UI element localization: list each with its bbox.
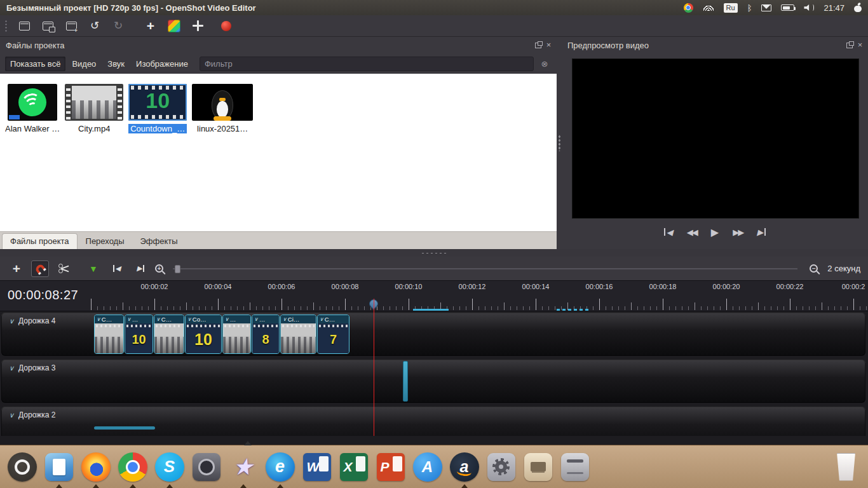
timeline-clip-city[interactable]: Ci…	[280, 315, 316, 354]
undo-button[interactable]	[85, 17, 104, 35]
timeline-ruler[interactable]: 00:00:08:27 00:00:02 00:00:04 00:00:06 0…	[0, 281, 868, 311]
dock-excel-icon[interactable]: X	[337, 451, 370, 483]
add-marker-button[interactable]	[85, 261, 102, 277]
battery-icon[interactable]	[781, 4, 794, 11]
timeline-clip-countdown[interactable]: … 8	[252, 315, 280, 354]
filter-audio-button[interactable]: Звук	[102, 57, 130, 71]
next-marker-button[interactable]	[132, 261, 149, 277]
linux-thumbnail	[192, 84, 253, 121]
track-3-label[interactable]: Дорожка 3	[9, 363, 55, 372]
float-panel-icon[interactable]	[535, 43, 541, 48]
timeline-clip-countdown[interactable]: Co… 10	[185, 315, 222, 354]
filter-video-button[interactable]: Видео	[67, 57, 101, 71]
tab-effects[interactable]: Эффекты	[133, 234, 186, 249]
mail-icon[interactable]	[761, 4, 771, 11]
filter-input[interactable]	[200, 57, 534, 71]
dock-firefox-icon[interactable]	[79, 451, 112, 483]
file-item-image[interactable]: linux-20251…	[192, 84, 253, 133]
timeline-clip-countdown[interactable]: C… 7	[317, 315, 349, 354]
wifi-icon[interactable]	[703, 4, 714, 11]
toolbar-drag-handle[interactable]	[4, 20, 8, 32]
dock-amazon-icon[interactable]: a	[448, 451, 480, 483]
choose-profile-button[interactable]	[165, 17, 184, 35]
timeline-clip-thin[interactable]	[403, 361, 408, 402]
dock-powerpoint-icon[interactable]: P	[374, 451, 407, 483]
jump-to-start-button[interactable]	[664, 227, 673, 237]
dock-app-store-icon[interactable]: A	[411, 451, 444, 483]
zoom-slider-handle[interactable]	[175, 265, 180, 273]
rewind-button[interactable]	[687, 227, 697, 237]
dock-edge-icon[interactable]: e	[264, 451, 296, 483]
track-2-label[interactable]: Дорожка 2	[9, 410, 55, 419]
redo-button[interactable]	[109, 17, 128, 35]
panel-title: Предпросмотр видео	[567, 41, 649, 50]
razor-tool-button[interactable]	[55, 261, 72, 277]
ruler-label: 00:00:08	[332, 283, 359, 290]
close-panel-icon[interactable]	[546, 42, 551, 48]
filter-image-button[interactable]: Изображение	[131, 57, 193, 71]
save-project-button[interactable]	[62, 17, 81, 35]
clear-filter-icon[interactable]: ⊗	[538, 57, 552, 70]
dock-files-icon[interactable]	[43, 451, 75, 483]
keyboard-layout-indicator[interactable]: Ru	[724, 3, 738, 13]
openshot-window: Безымянный проект [HD 720p 30 fps] - Ope…	[0, 0, 868, 488]
zoom-slider[interactable]	[173, 262, 797, 275]
ruler-label: 00:00:2	[842, 283, 865, 290]
fast-forward-button[interactable]	[733, 227, 743, 237]
float-panel-icon[interactable]	[846, 43, 853, 48]
jump-to-end-button[interactable]	[757, 227, 766, 237]
zoom-out-icon[interactable]: −	[810, 264, 818, 273]
clock[interactable]: 21:47	[824, 3, 844, 13]
close-panel-icon[interactable]	[857, 42, 862, 48]
dock-trash-icon[interactable]	[830, 451, 862, 483]
dock-system-preferences-icon[interactable]	[485, 451, 517, 483]
file-item-audio[interactable]: Alan Walker …	[5, 84, 60, 133]
dock-screenshot-icon[interactable]	[190, 451, 222, 483]
video-preview-header: Предпросмотр видео	[562, 37, 868, 53]
thumbnail-badge	[9, 115, 20, 119]
dock-archive-icon[interactable]	[559, 451, 591, 483]
file-item-video-selected[interactable]: 10 Countdown_…	[128, 84, 187, 133]
track-4-label[interactable]: Дорожка 4	[9, 316, 55, 325]
panel-title: Файлы проекта	[6, 41, 65, 50]
new-project-button[interactable]	[15, 17, 34, 35]
timeline-clip-countdown[interactable]: … 10	[125, 315, 153, 354]
file-name-selected: Countdown_…	[128, 124, 187, 133]
chrome-tray-icon[interactable]	[684, 3, 693, 13]
add-track-button[interactable]	[8, 261, 25, 277]
timeline-clip-city[interactable]: C…	[154, 315, 184, 354]
open-project-button[interactable]	[38, 17, 57, 35]
horizontal-splitter[interactable]	[0, 249, 868, 257]
ruler-label: 00:00:20	[713, 283, 740, 290]
zoom-in-icon[interactable]: +	[155, 264, 163, 273]
play-button[interactable]	[711, 226, 719, 238]
previous-marker-button[interactable]	[108, 261, 126, 277]
snapping-toggle-button[interactable]	[31, 261, 49, 277]
vertical-splitter[interactable]	[557, 37, 562, 249]
dock-word-icon[interactable]: W	[301, 451, 333, 483]
dock-star-app-icon[interactable]	[227, 451, 259, 483]
dock-utility-icon[interactable]	[522, 451, 554, 483]
export-video-button[interactable]	[217, 17, 236, 35]
dock-skype-icon[interactable]: S	[153, 451, 186, 483]
countdown-thumbnail: 10	[128, 84, 187, 121]
import-files-button[interactable]	[141, 17, 160, 35]
playhead-line[interactable]	[374, 299, 374, 436]
timeline-clip-city[interactable]: …	[222, 315, 251, 354]
cache-indicator	[557, 309, 588, 311]
bluetooth-icon[interactable]	[747, 4, 752, 12]
timeline-scroll-bar[interactable]	[94, 426, 155, 430]
dock-ubuntu-icon[interactable]	[6, 451, 38, 483]
file-item-video[interactable]: City.mp4	[65, 84, 123, 133]
ruler-label: 00:00:10	[395, 283, 423, 290]
timeline-clip-city[interactable]: C…	[94, 315, 124, 354]
tab-transitions[interactable]: Переходы	[78, 234, 132, 249]
volume-icon[interactable]	[804, 4, 814, 11]
apple-menu-icon[interactable]	[854, 3, 862, 12]
filter-show-all-button[interactable]: Показать всё	[5, 57, 65, 71]
chevron-down-icon	[9, 318, 14, 325]
dock-chrome-icon[interactable]	[116, 451, 149, 483]
tab-project-files[interactable]: Файлы проекта	[2, 233, 78, 249]
fullscreen-button[interactable]	[188, 17, 207, 35]
ruler-strip[interactable]: 00:00:02 00:00:04 00:00:06 00:00:08 00:0…	[91, 281, 868, 311]
